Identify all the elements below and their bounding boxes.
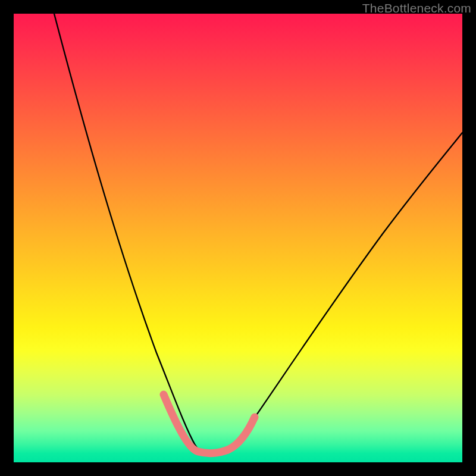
chart-frame: TheBottleneck.com — [0, 0, 476, 476]
plot-area — [14, 14, 462, 462]
pink-bottom-overlay — [164, 394, 255, 453]
black-v-curve — [54, 14, 462, 453]
watermark-text: TheBottleneck.com — [362, 1, 471, 15]
curve-layer — [14, 14, 462, 462]
